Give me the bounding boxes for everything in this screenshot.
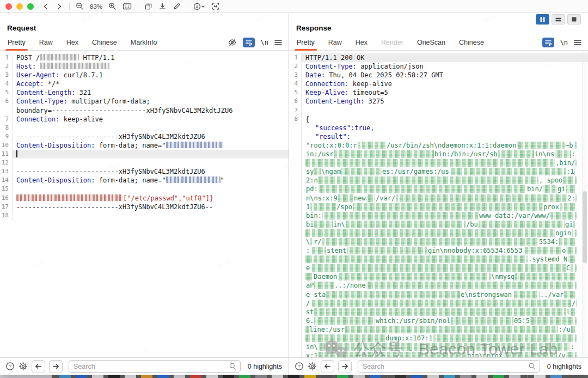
- toolbar-divider: [187, 3, 187, 10]
- forward-icon[interactable]: [56, 3, 63, 10]
- line-number: [289, 176, 301, 185]
- passwd-fragment: \ngam: [321, 168, 341, 175]
- code-line: 12: [0, 158, 289, 167]
- word-wrap-icon[interactable]: [542, 38, 554, 47]
- line-number: 1: [289, 53, 301, 62]
- annotate-dropdown-icon[interactable]: A: [193, 2, 205, 11]
- passwd-fragment: /bu: [465, 221, 479, 228]
- hide-eye-icon[interactable]: [228, 38, 237, 47]
- help-icon[interactable]: ?: [5, 362, 15, 371]
- passwd-fragment: /var/: [375, 194, 396, 202]
- response-editor[interactable]: 1HTTP/1.1 200 OK2Content-Type: applicati…: [289, 51, 588, 357]
- code-token: Content-Type:: [16, 97, 68, 105]
- pause-stream-button[interactable]: [536, 14, 549, 25]
- restore-window-icon[interactable]: [144, 2, 152, 10]
- code-token: --------------------------xH3fySNbvC4L3M…: [16, 133, 205, 141]
- code-line: "root:x:0:0:r/usr/bin/zsh\ndaemon:x:1:1:…: [289, 141, 588, 150]
- tab-hex[interactable]: Hex: [356, 39, 367, 50]
- code-line: 3Date: Thu, 04 Dec 2025 02:58:27 GMT: [289, 71, 588, 80]
- tab-hex[interactable]: Hex: [66, 39, 78, 50]
- code-token: {: [305, 115, 309, 123]
- code-line: in\:: [289, 343, 588, 351]
- request-editor[interactable]: 1POST / HTTP/1.12Host: 3User-Agent: curl…: [0, 51, 289, 357]
- download-icon[interactable]: [158, 2, 167, 10]
- passwd-fragment: new: [353, 194, 366, 202]
- line-content: e stae\nstrongswan../var: [301, 290, 588, 299]
- back-icon[interactable]: [42, 3, 50, 10]
- request-panel: Request PrettyRawHexChineseMarkInfo \n 1…: [0, 13, 289, 375]
- zoom-in-icon[interactable]: [108, 2, 117, 10]
- code-token: form-data; name=": [95, 176, 166, 184]
- request-search-input[interactable]: [69, 360, 241, 373]
- line-content: [12, 150, 289, 158]
- actual-size-icon[interactable]: 1:1: [122, 2, 132, 10]
- code-token: "success":true,: [315, 124, 374, 132]
- newline-toggle[interactable]: \n: [261, 39, 268, 46]
- line-number: 5: [0, 88, 12, 97]
- tab-onescan[interactable]: OneScan: [417, 39, 445, 50]
- tab-chinese[interactable]: Chinese: [459, 39, 484, 50]
- find-previous-button[interactable]: [321, 360, 334, 373]
- line-number: 8: [0, 124, 12, 132]
- line-number: 17: [0, 203, 12, 211]
- line-number: 3: [0, 71, 12, 80]
- tab-render: Render: [381, 39, 403, 50]
- settings-gear-icon[interactable]: [308, 362, 317, 371]
- toolbar-divider: [138, 3, 138, 10]
- close-window-button[interactable]: [5, 3, 12, 10]
- line-number: 18: [0, 211, 12, 220]
- tab-chinese[interactable]: Chinese: [92, 39, 117, 50]
- code-line: 1HTTP/1.1 200 OK: [289, 53, 588, 62]
- settings-gear-icon[interactable]: [19, 362, 28, 371]
- editor-menu-icon[interactable]: [274, 39, 282, 46]
- fit-to-screen-icon[interactable]: [211, 2, 220, 10]
- stop-button[interactable]: [567, 14, 581, 25]
- code-token: ": [220, 176, 224, 184]
- passwd-fragment: n\ns:x:9: [305, 194, 338, 202]
- tab-pretty[interactable]: Pretty: [8, 39, 26, 50]
- passwd-fragment: ..:/none: [334, 282, 366, 289]
- tab-raw[interactable]: Raw: [328, 39, 342, 50]
- line-content: 1/spoprox: [301, 203, 588, 211]
- queue-list-button[interactable]: [552, 14, 565, 25]
- line-content: pd:bin/gi: [301, 185, 588, 193]
- code-line: bin:www-data:/var/www/: [289, 211, 588, 220]
- find-next-button[interactable]: [49, 360, 63, 373]
- edit-pencil-icon[interactable]: [173, 2, 181, 10]
- minimize-window-button[interactable]: [16, 3, 23, 10]
- code-token: Date:: [305, 71, 325, 79]
- redacted-mosaic: [305, 352, 577, 357]
- line-number: 14: [0, 176, 12, 185]
- line-content: in:/usrbin:/bin:/usr/sbin\ns:: [301, 150, 588, 158]
- passwd-fragment: es:/usr/games:/us: [382, 168, 450, 175]
- app-window: 83% 1:1 A Request PrettyRawHexChineseMar…: [0, 0, 588, 375]
- zoom-level: 83%: [90, 3, 102, 10]
- code-token: keep-alive: [59, 115, 102, 123]
- tab-markinfo[interactable]: MarkInfo: [131, 39, 157, 50]
- newline-toggle[interactable]: \n: [560, 39, 568, 46]
- word-wrap-icon[interactable]: [243, 38, 255, 47]
- tab-pretty[interactable]: Pretty: [297, 39, 315, 50]
- passwd-fragment: o: [561, 247, 566, 254]
- redacted-mosaic: [305, 273, 577, 281]
- line-content: ogin: [301, 229, 588, 237]
- redacted-mosaic: [166, 176, 220, 183]
- code-line: 5Content-Length: 321: [0, 88, 289, 97]
- line-number: 12: [0, 158, 12, 167]
- code-token: */*: [44, 80, 60, 88]
- find-next-button[interactable]: [338, 360, 352, 373]
- line-content: --------------------------xH3fySNbvC4L3M…: [12, 203, 289, 211]
- maximize-window-button[interactable]: [27, 3, 34, 10]
- tab-raw[interactable]: Raw: [39, 39, 53, 50]
- response-search-input[interactable]: [358, 360, 540, 373]
- code-line: 6Content-Length: 3275: [289, 97, 588, 106]
- code-line: :stentgin\nnobody:x:65534:6553o: [289, 246, 588, 255]
- zoom-out-icon[interactable]: [76, 2, 84, 10]
- line-content: Content-Disposition: form-data; name="": [12, 176, 289, 185]
- response-search-bar: ? 0 highlights: [289, 357, 588, 375]
- help-icon[interactable]: ?: [295, 362, 304, 371]
- find-previous-button[interactable]: [32, 360, 45, 373]
- line-number: [289, 316, 301, 325]
- line-number: 7: [0, 115, 12, 124]
- editor-menu-icon[interactable]: [574, 39, 581, 46]
